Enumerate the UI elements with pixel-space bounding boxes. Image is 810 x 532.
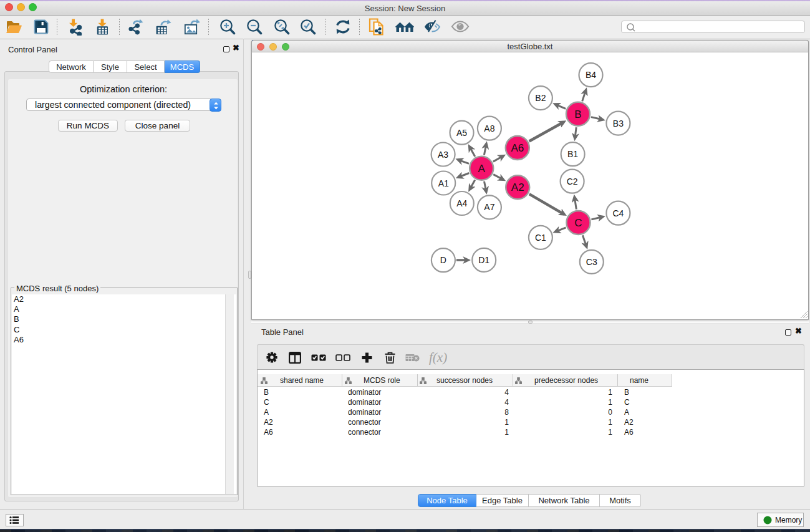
svg-text:A5: A5 (456, 128, 467, 138)
svg-text:A6: A6 (511, 142, 524, 154)
svg-text:B1: B1 (567, 149, 578, 159)
svg-text:C2: C2 (567, 177, 578, 186)
svg-text:D: D (440, 255, 446, 265)
svg-text:A: A (478, 163, 486, 175)
svg-text:B3: B3 (613, 118, 624, 128)
svg-text:A1: A1 (438, 178, 449, 188)
svg-text:D1: D1 (478, 255, 489, 265)
svg-text:A4: A4 (456, 198, 467, 208)
svg-text:B: B (574, 109, 581, 120)
svg-text:A8: A8 (484, 123, 494, 133)
svg-text:A2: A2 (511, 181, 524, 193)
svg-text:C1: C1 (535, 233, 546, 243)
svg-text:B2: B2 (535, 93, 546, 103)
svg-text:A7: A7 (484, 202, 494, 212)
svg-text:B4: B4 (586, 70, 596, 80)
svg-text:C3: C3 (586, 257, 597, 267)
svg-text:C4: C4 (612, 208, 624, 218)
svg-text:C: C (574, 217, 582, 229)
svg-text:A3: A3 (438, 150, 448, 160)
